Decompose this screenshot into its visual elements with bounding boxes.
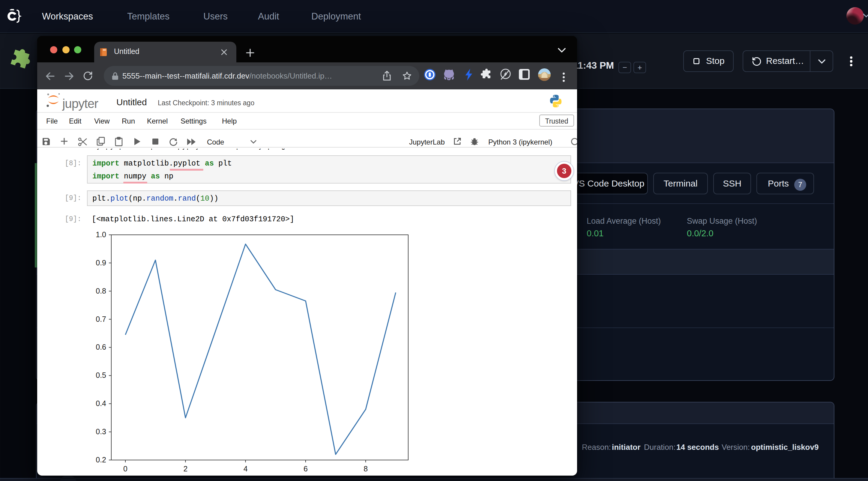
svg-text:0.9: 0.9 (96, 258, 106, 267)
svg-text:8: 8 (364, 464, 368, 473)
svg-text:2: 2 (183, 464, 187, 473)
svg-text:0.3: 0.3 (96, 427, 106, 436)
svg-text:0.6: 0.6 (96, 343, 106, 351)
svg-text:6: 6 (304, 464, 308, 473)
svg-text:4: 4 (244, 464, 248, 473)
svg-text:0.5: 0.5 (96, 371, 106, 379)
svg-text:0.7: 0.7 (96, 315, 106, 323)
svg-text:0.8: 0.8 (96, 287, 106, 295)
svg-text:0: 0 (123, 464, 127, 473)
svg-text:1.0: 1.0 (96, 231, 106, 239)
svg-text:0.4: 0.4 (96, 399, 106, 408)
svg-text:0.2: 0.2 (96, 455, 106, 464)
